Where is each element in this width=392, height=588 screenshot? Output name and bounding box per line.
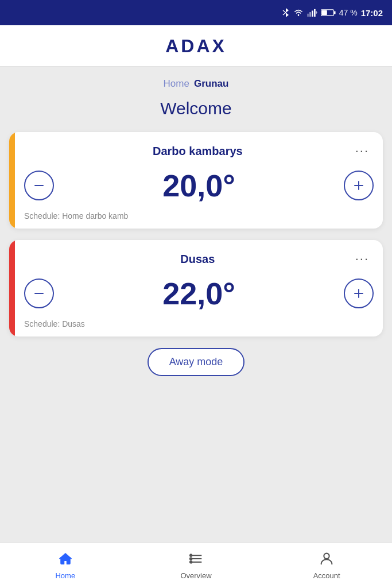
card-indicator-darbo-kambarys <box>9 132 15 229</box>
status-icons: H 47 % 17:02 <box>282 7 383 18</box>
device-schedule-dusas: Schedule: Dusas <box>24 319 374 328</box>
device-cards-container: Darbo kambarys ··· 20,0° Schedule: Home … <box>9 132 383 336</box>
svg-rect-9 <box>334 11 336 14</box>
nav-label-overview: Overview <box>180 571 211 580</box>
wifi-icon <box>293 9 304 17</box>
breadcrumb: Home Grunau <box>9 67 383 94</box>
time-display: 17:02 <box>361 8 383 18</box>
device-card-dusas: Dusas ··· 22,0° Schedule: Dusas <box>9 240 383 336</box>
signal-icon: H <box>307 9 317 17</box>
nav-label-account: Account <box>313 571 340 580</box>
svg-point-20 <box>189 554 192 556</box>
card-body-darbo-kambarys: Darbo kambarys ··· 20,0° Schedule: Home … <box>15 132 383 229</box>
nav-item-account[interactable]: Account <box>261 543 392 588</box>
svg-line-1 <box>283 13 286 15</box>
card-controls-dusas: 22,0° <box>24 276 374 311</box>
breadcrumb-home[interactable]: Home <box>164 78 189 90</box>
card-indicator-dusas <box>9 240 15 336</box>
svg-rect-10 <box>321 10 327 15</box>
device-name-darbo-kambarys: Darbo kambarys <box>45 145 351 158</box>
decrease-btn-darbo-kambarys[interactable] <box>24 171 54 200</box>
increase-btn-dusas[interactable] <box>344 278 374 308</box>
main-content: Home Grunau Welcome Darbo kambarys ··· 2… <box>0 67 392 542</box>
svg-point-21 <box>189 558 192 560</box>
device-menu-dusas[interactable]: ··· <box>351 249 374 269</box>
nav-item-overview[interactable]: Overview <box>131 543 262 588</box>
status-bar: H 47 % 17:02 <box>0 0 392 25</box>
increase-btn-darbo-kambarys[interactable] <box>344 171 374 200</box>
nav-item-home[interactable]: Home <box>0 543 131 588</box>
device-menu-darbo-kambarys[interactable]: ··· <box>351 141 374 161</box>
welcome-title: Welcome <box>9 99 383 118</box>
svg-rect-4 <box>309 12 311 17</box>
card-header-darbo-kambarys: Darbo kambarys ··· <box>24 141 374 161</box>
away-mode-container: Away mode <box>9 348 383 376</box>
card-controls-darbo-kambarys: 20,0° <box>24 168 374 203</box>
battery-percent: 47 % <box>339 8 358 17</box>
overview-icon <box>188 551 204 569</box>
device-name-dusas: Dusas <box>45 253 351 266</box>
svg-rect-5 <box>312 11 313 17</box>
device-schedule-darbo-kambarys: Schedule: Home darbo kamb <box>24 211 374 220</box>
nav-label-home: Home <box>55 571 75 580</box>
app-header: ADAX <box>0 25 392 67</box>
account-icon <box>319 551 335 569</box>
temperature-dusas: 22,0° <box>54 276 344 311</box>
home-icon <box>57 551 73 569</box>
svg-point-23 <box>324 554 329 559</box>
device-card-darbo-kambarys: Darbo kambarys ··· 20,0° Schedule: Home … <box>9 132 383 229</box>
temperature-darbo-kambarys: 20,0° <box>54 168 344 203</box>
card-header-dusas: Dusas ··· <box>24 249 374 269</box>
svg-point-22 <box>189 561 192 563</box>
svg-line-0 <box>283 10 286 13</box>
svg-text:H: H <box>316 10 317 14</box>
bottom-nav: Home Overview Account <box>0 542 392 588</box>
svg-rect-3 <box>307 14 309 17</box>
decrease-btn-dusas[interactable] <box>24 278 54 308</box>
svg-point-2 <box>297 14 299 16</box>
breadcrumb-current[interactable]: Grunau <box>194 78 228 90</box>
app-logo: ADAX <box>165 36 227 57</box>
battery-icon <box>321 9 336 17</box>
away-mode-button[interactable]: Away mode <box>148 348 245 376</box>
card-body-dusas: Dusas ··· 22,0° Schedule: Dusas <box>15 240 383 336</box>
bluetooth-icon <box>282 7 290 18</box>
